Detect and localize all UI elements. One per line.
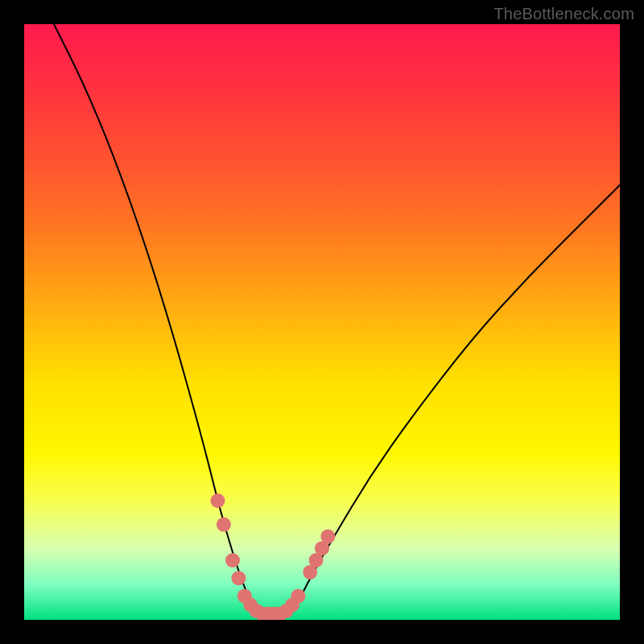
plot-area <box>24 24 620 620</box>
chart-frame: TheBottleneck.com <box>0 0 644 644</box>
watermark-text: TheBottleneck.com <box>493 5 634 23</box>
bottleneck-curve <box>54 24 620 614</box>
highlight-dot <box>231 571 246 585</box>
highlight-dot <box>225 553 240 568</box>
highlight-dot <box>291 588 305 603</box>
curve-svg <box>24 24 620 620</box>
highlight-dot <box>320 529 335 543</box>
highlight-dots <box>211 493 336 620</box>
highlight-dot <box>217 518 231 532</box>
highlight-dot <box>211 493 225 508</box>
